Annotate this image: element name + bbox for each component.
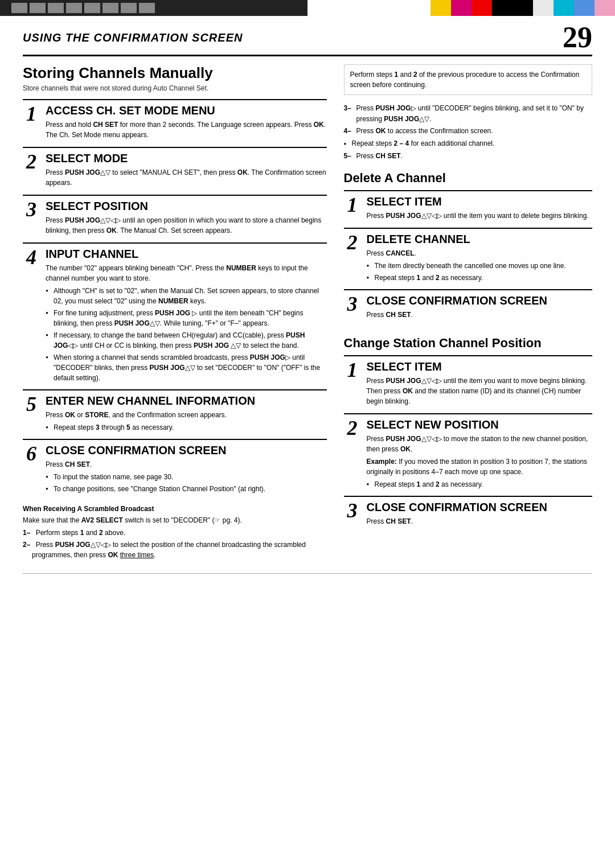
delete-step-1-number: 1: [344, 191, 364, 228]
info-box: Perform steps 1 and 2 of the previous pr…: [344, 64, 593, 95]
step-4-bullet-3: If necessary, to change the band between…: [46, 330, 327, 351]
color-blocks: [430, 0, 615, 16]
change-step-1-block: 1 SELECT ITEM Press PUSH JOG△▽◁▷ until t…: [344, 355, 593, 413]
step-6-bullet-1: To input the station name, see page 30.: [46, 472, 327, 482]
delete-step-2-bullet-2: Repeat steps 1 and 2 as necessary.: [367, 273, 593, 283]
main-columns: Storing Channels Manually Store channels…: [23, 64, 592, 562]
change-step-2-bullet-1: Repeat steps 1 and 2 as necessary.: [367, 479, 593, 489]
change-step-2-example: Example: If you moved the station in pos…: [367, 456, 593, 477]
step-4-block: 4 INPUT CHANNEL The number "02" appears …: [23, 242, 327, 389]
step-5-number: 5: [23, 390, 43, 439]
step-5-bullets: Repeat steps 3 through 5 as necessary.: [46, 422, 327, 433]
page-number: 29: [563, 23, 592, 52]
step-3-block: 3 SELECT POSITION Press PUSH JOG△▽◁▷ unt…: [23, 195, 327, 242]
scrambled-step-1: 1– Perform steps 1 and 2 above.: [23, 528, 327, 538]
step-3-heading: SELECT POSITION: [46, 199, 327, 213]
plain-step-4-text: Press OK to access the Confirmation scre…: [356, 126, 493, 137]
step-6-bullet-2: To change positions, see "Change Station…: [46, 484, 327, 494]
scrambled-step-2-num: 2–: [23, 540, 30, 550]
plain-step-3-num: 3–: [344, 103, 356, 114]
gray-block-1: [11, 3, 27, 13]
delete-step-2-bullets: The item directly beneath the cancelled …: [367, 261, 593, 283]
plain-step-4: 4– Press OK to access the Confirmation s…: [344, 126, 593, 137]
step-6-bullets: To input the station name, see page 30. …: [46, 472, 327, 494]
page-header: USING THE CONFIRMATION SCREEN 29: [23, 23, 592, 56]
plain-step-5-text: Press CH SET.: [356, 151, 403, 162]
plain-step-4-num: 4–: [344, 126, 356, 137]
gray-blocks: [0, 0, 166, 16]
scrambled-section: When Receiving A Scrambled Broadcast Mak…: [23, 505, 327, 560]
change-step-2-bullets: Repeat steps 1 and 2 as necessary.: [367, 479, 593, 489]
plain-steps: 3– Press PUSH JOG▷ until "DECODER" begin…: [344, 103, 593, 162]
color-block-blue: [574, 0, 594, 16]
top-bar: [0, 0, 615, 16]
delete-step-3-number: 3: [344, 290, 364, 327]
step-3-text: Press PUSH JOG△▽◁▷ until an open positio…: [46, 215, 327, 236]
repeat-bullet: Repeat steps 2 – 4 for each additional c…: [344, 138, 593, 149]
plain-step-3-text: Press PUSH JOG▷ until "DECODER" begins b…: [356, 103, 593, 125]
step-1-content: ACCESS CH. SET MODE MENU Press and hold …: [43, 100, 327, 147]
delete-step-2-text: Press CANCEL.: [367, 248, 593, 258]
delete-step-2-bullet-1: The item directly beneath the cancelled …: [367, 261, 593, 271]
top-bar-left: [0, 0, 308, 16]
change-step-1-heading: SELECT ITEM: [367, 360, 593, 373]
change-step-2-number: 2: [344, 414, 364, 496]
change-step-2-text: Press PUSH JOG△▽◁▷ to move the station t…: [367, 434, 593, 454]
step-6-heading: CLOSE CONFIRMATION SCREEN: [46, 443, 327, 457]
change-step-1-number: 1: [344, 356, 364, 413]
step-2-number: 2: [23, 148, 43, 195]
delete-step-1-heading: SELECT ITEM: [367, 195, 593, 208]
change-step-3-text: Press CH SET.: [367, 516, 593, 526]
delete-step-2-heading: DELETE CHANNEL: [367, 232, 593, 246]
change-step-2-block: 2 SELECT NEW POSITION Press PUSH JOG△▽◁▷…: [344, 413, 593, 496]
step-6-number: 6: [23, 440, 43, 500]
color-block-light: [533, 0, 554, 16]
color-block-black: [492, 0, 533, 16]
step-2-block: 2 SELECT MODE Press PUSH JOG△▽ to select…: [23, 147, 327, 195]
step-1-block: 1 ACCESS CH. SET MODE MENU Press and hol…: [23, 99, 327, 147]
gray-block-3: [48, 3, 64, 13]
step-4-bullet-4: When storing a channel that sends scramb…: [46, 352, 327, 383]
step-4-heading: INPUT CHANNEL: [46, 247, 327, 261]
delete-section-title: Delete A Channel: [344, 171, 593, 186]
color-block-pink: [594, 0, 615, 16]
scrambled-intro: Make sure that the AV2 SELECT switch is …: [23, 515, 327, 525]
step-4-content: INPUT CHANNEL The number "02" appears bl…: [43, 244, 327, 389]
delete-step-3-content: CLOSE CONFIRMATION SCREEN Press CH SET.: [364, 290, 593, 327]
delete-step-3-heading: CLOSE CONFIRMATION SCREEN: [367, 294, 593, 307]
main-section-title: Storing Channels Manually: [23, 64, 327, 82]
step-5-text: Press OK or STORE, and the Confirmation …: [46, 410, 327, 420]
step-5-content: ENTER NEW CHANNEL INFORMATION Press OK o…: [43, 390, 327, 439]
change-step-3-content: CLOSE CONFIRMATION SCREEN Press CH SET.: [364, 497, 593, 533]
gray-block-5: [84, 3, 100, 13]
top-bar-right: [308, 0, 615, 16]
main-section-subtitle: Store channels that were not stored duri…: [23, 84, 327, 92]
step-6-block: 6 CLOSE CONFIRMATION SCREEN Press CH SET…: [23, 439, 327, 500]
gray-block-6: [102, 3, 118, 13]
step-5-heading: ENTER NEW CHANNEL INFORMATION: [46, 394, 327, 408]
gray-block-2: [30, 3, 46, 13]
color-block-yellow: [430, 0, 451, 16]
step-2-text: Press PUSH JOG△▽ to select "MANUAL CH SE…: [46, 167, 327, 188]
delete-step-1-text: Press PUSH JOG△▽◁▷ until the item you wa…: [367, 211, 593, 221]
step-3-number: 3: [23, 196, 43, 242]
page-border-bottom: [23, 573, 592, 574]
step-1-text: Press and hold CH SET for more than 2 se…: [46, 120, 327, 140]
step-5-bullet-1: Repeat steps 3 through 5 as necessary.: [46, 422, 327, 433]
change-step-3-number: 3: [344, 497, 364, 533]
change-step-2-heading: SELECT NEW POSITION: [367, 418, 593, 431]
gray-block-7: [121, 3, 137, 13]
step-2-heading: SELECT MODE: [46, 151, 327, 165]
delete-step-2-block: 2 DELETE CHANNEL Press CANCEL. The item …: [344, 228, 593, 289]
plain-step-3: 3– Press PUSH JOG▷ until "DECODER" begin…: [344, 103, 593, 125]
color-block-magenta: [451, 0, 472, 16]
plain-step-5-num: 5–: [344, 151, 356, 162]
step-4-bullet-2: For fine tuning adjustment, press PUSH J…: [46, 308, 327, 328]
change-step-3-block: 3 CLOSE CONFIRMATION SCREEN Press CH SET…: [344, 496, 593, 533]
color-block-red: [472, 0, 492, 16]
color-block-cyan: [554, 0, 574, 16]
scrambled-step-2: 2– Press PUSH JOG△▽◁▷ to select the posi…: [23, 540, 327, 560]
change-step-1-content: SELECT ITEM Press PUSH JOG△▽◁▷ until the…: [364, 356, 593, 413]
change-section-title: Change Station Channel Position: [344, 336, 593, 351]
delete-step-1-block: 1 SELECT ITEM Press PUSH JOG△▽◁▷ until t…: [344, 190, 593, 228]
